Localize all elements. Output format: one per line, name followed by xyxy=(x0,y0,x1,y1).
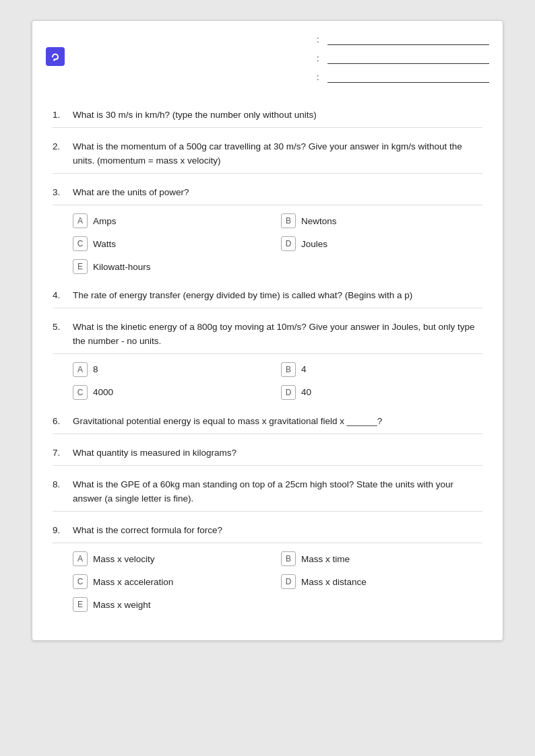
quizizz-logo-icon xyxy=(46,47,65,66)
name-field-row: : xyxy=(274,33,489,45)
question-number: 8. xyxy=(53,478,73,491)
name-line[interactable] xyxy=(327,33,489,45)
question-body: What quantity is measured in kilograms? xyxy=(73,446,482,460)
question-body: What are the units of power? xyxy=(73,186,482,199)
question-block: 9.What is the correct formula for force?… xyxy=(53,524,482,615)
option-item[interactable]: EMass x weight xyxy=(73,594,482,615)
option-text: Mass x velocity xyxy=(93,554,155,564)
question-number: 4. xyxy=(53,289,73,302)
option-letter: C xyxy=(73,574,88,589)
question-number: 3. xyxy=(53,186,73,199)
option-item[interactable]: DJoules xyxy=(281,234,482,254)
question-block: 1.What is 30 m/s in km/h? (type the numb… xyxy=(53,108,482,128)
question-number: 2. xyxy=(53,140,73,153)
option-item[interactable]: D40 xyxy=(281,382,482,403)
options-grid: AAmpsBNewtonsCWattsDJoulesEKilowatt-hour… xyxy=(73,211,482,277)
question-number: 9. xyxy=(53,524,73,537)
question-row: 1.What is 30 m/s in km/h? (type the numb… xyxy=(53,108,482,128)
option-letter: B xyxy=(281,551,296,566)
question-body: The rate of energy transfer (energy divi… xyxy=(73,289,482,302)
option-item[interactable]: CMass x acceleration xyxy=(73,572,274,592)
option-text: Kilowatt-hours xyxy=(93,262,151,272)
class-field-row: : xyxy=(274,52,489,64)
option-text: Mass x distance xyxy=(301,577,367,587)
question-number: 5. xyxy=(53,320,73,334)
option-text: 40 xyxy=(301,387,311,397)
option-letter: D xyxy=(281,385,296,400)
header-right: : : : xyxy=(261,33,489,90)
option-letter: C xyxy=(73,236,88,251)
option-item[interactable]: A8 xyxy=(73,359,274,380)
svg-point-1 xyxy=(53,59,55,61)
options-grid: A8B4C4000D40 xyxy=(73,359,482,403)
question-block: 7.What quantity is measured in kilograms… xyxy=(53,446,482,466)
page: : : : 1.What is 30 m/s in km/h? (type th… xyxy=(32,20,503,641)
option-text: 4 xyxy=(301,364,307,374)
option-item[interactable]: AMass x velocity xyxy=(73,549,274,569)
question-row: 7.What quantity is measured in kilograms… xyxy=(53,446,482,466)
question-body: What is the correct formula for force? xyxy=(73,524,482,537)
date-field-row: : xyxy=(274,71,489,83)
question-block: 2.What is the momentum of a 500g car tra… xyxy=(53,140,482,174)
option-item[interactable]: BNewtons xyxy=(281,211,482,231)
header-left xyxy=(46,33,261,90)
question-block: 6.Gravitational potential energy is equa… xyxy=(53,415,482,434)
question-body: What is the GPE of a 60kg man standing o… xyxy=(73,478,482,506)
questions-area: 1.What is 30 m/s in km/h? (type the numb… xyxy=(32,102,503,640)
date-line[interactable] xyxy=(327,71,489,83)
question-block: 8.What is the GPE of a 60kg man standing… xyxy=(53,478,482,512)
question-row: 6.Gravitational potential energy is equa… xyxy=(53,415,482,434)
question-body: What is the momentum of a 500g car trave… xyxy=(73,140,482,168)
option-text: 4000 xyxy=(93,387,113,397)
option-item[interactable]: CWatts xyxy=(73,234,274,254)
option-item[interactable]: B4 xyxy=(281,359,482,380)
question-block: 3.What are the units of power?AAmpsBNewt… xyxy=(53,186,482,277)
question-row: 9.What is the correct formula for force? xyxy=(53,524,482,543)
option-item[interactable]: C4000 xyxy=(73,382,274,403)
class-line[interactable] xyxy=(327,52,489,64)
option-letter: B xyxy=(281,362,296,377)
question-row: 2.What is the momentum of a 500g car tra… xyxy=(53,140,482,174)
question-block: 4.The rate of energy transfer (energy di… xyxy=(53,289,482,308)
option-letter: D xyxy=(281,236,296,251)
header: : : : xyxy=(32,21,503,102)
option-text: Newtons xyxy=(301,216,337,226)
option-item[interactable]: EKilowatt-hours xyxy=(73,256,482,277)
option-letter: A xyxy=(73,551,88,566)
question-block: 5.What is the kinetic energy of a 800g t… xyxy=(53,320,482,403)
svg-rect-0 xyxy=(49,50,61,63)
option-item[interactable]: BMass x time xyxy=(281,549,482,569)
question-number: 6. xyxy=(53,415,73,428)
option-letter: A xyxy=(73,362,88,377)
question-number: 7. xyxy=(53,446,73,460)
question-row: 8.What is the GPE of a 60kg man standing… xyxy=(53,478,482,512)
question-body: What is 30 m/s in km/h? (type the number… xyxy=(73,108,482,122)
option-text: Mass x weight xyxy=(93,600,151,610)
question-body: What is the kinetic energy of a 800g toy… xyxy=(73,320,482,348)
option-letter: A xyxy=(73,213,88,228)
option-text: 8 xyxy=(93,364,98,374)
option-letter: D xyxy=(281,574,296,589)
option-item[interactable]: DMass x distance xyxy=(281,572,482,592)
question-number: 1. xyxy=(53,108,73,122)
question-row: 4.The rate of energy transfer (energy di… xyxy=(53,289,482,308)
option-text: Mass x time xyxy=(301,554,350,564)
options-grid: AMass x velocityBMass x timeCMass x acce… xyxy=(73,549,482,615)
option-text: Mass x acceleration xyxy=(93,577,173,587)
logo xyxy=(46,47,261,66)
question-row: 5.What is the kinetic energy of a 800g t… xyxy=(53,320,482,354)
option-text: Joules xyxy=(301,239,327,249)
question-body: Gravitational potential energy is equal … xyxy=(73,415,482,428)
option-letter: E xyxy=(73,259,88,274)
question-row: 3.What are the units of power? xyxy=(53,186,482,205)
option-item[interactable]: AAmps xyxy=(73,211,274,231)
option-text: Watts xyxy=(93,239,116,249)
option-letter: E xyxy=(73,597,88,612)
option-letter: C xyxy=(73,385,88,400)
option-letter: B xyxy=(281,213,296,228)
option-text: Amps xyxy=(93,216,117,226)
